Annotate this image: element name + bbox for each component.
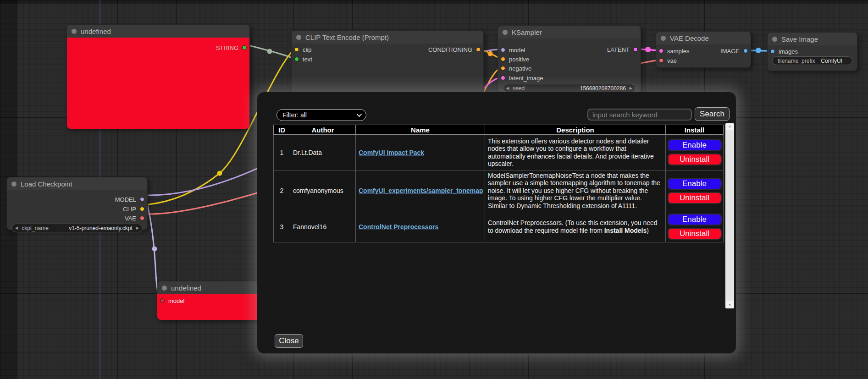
port-negative-input[interactable]: negative [501, 64, 531, 72]
cell-name: ComfyUI Impact Pack [356, 135, 485, 170]
table-header-row: ID Author Name Description Install [274, 125, 724, 135]
table-row: 1 Dr.Lt.Data ComfyUI Impact Pack This ex… [274, 135, 724, 170]
node-ksampler[interactable]: KSampler model positive negative latent_… [498, 25, 641, 94]
cell-id: 1 [274, 135, 290, 170]
seed-value: 156680208700286 [580, 85, 626, 92]
extension-link[interactable]: ControlNet Preprocessors [359, 223, 438, 231]
cell-author: Dr.Lt.Data [290, 135, 356, 170]
port-image-output[interactable]: IMAGE [720, 47, 748, 55]
filter-dropdown[interactable]: Filter: all [276, 109, 366, 121]
extension-table: ID Author Name Description Install 1 Dr.… [273, 125, 724, 242]
port-images-input[interactable]: images [770, 47, 798, 55]
cell-author: Fannovel16 [290, 211, 356, 242]
port-vae-input[interactable]: vae [659, 56, 677, 65]
node-save-image[interactable]: Save Image images filename_prefix ComfyU… [767, 32, 857, 71]
decrement-arrow-icon[interactable]: ◀ [506, 87, 509, 90]
scroll-up-arrow-icon[interactable]: ▲ [725, 123, 734, 130]
scrollbar-thumb[interactable] [726, 130, 734, 301]
cell-description: This extension offers various detector n… [485, 135, 666, 170]
cell-id: 3 [274, 211, 290, 242]
col-header-author: Author [290, 125, 356, 135]
node-clip-text-encode[interactable]: CLIP Text Encode (Prompt) clip text COND… [291, 30, 484, 97]
close-button[interactable]: Close [275, 334, 303, 348]
port-string-output[interactable]: STRING [216, 44, 247, 52]
prev-option-arrow-icon[interactable]: ◀ [15, 226, 18, 230]
uninstall-button[interactable]: Uninstall [668, 154, 722, 165]
node-status-dot [162, 286, 167, 291]
cell-id: 2 [274, 170, 290, 211]
enable-button[interactable]: Enable [668, 139, 722, 151]
port-clip-input[interactable]: clip [294, 45, 312, 54]
node-undefined-bottom[interactable]: undefined model [157, 281, 262, 320]
col-header-id: ID [274, 125, 290, 135]
increment-arrow-icon[interactable]: ▶ [630, 87, 632, 90]
port-text-input[interactable]: text [294, 55, 312, 63]
node-error-body: model [157, 294, 262, 320]
chevron-down-icon [357, 112, 362, 117]
cell-name: ComfyUI_experiments/sampler_tonemap [356, 170, 485, 211]
node-status-dot [661, 36, 666, 41]
filename-prefix-widget[interactable]: filename_prefix ComfyUI [772, 56, 852, 65]
manager-dialog: Filter: all Search ID Author Name Descri… [257, 92, 736, 354]
table-scrollbar[interactable]: ▲ ▼ [725, 123, 734, 308]
table-row: 3 Fannovel16 ControlNet Preprocessors Co… [274, 211, 724, 242]
node-status-dot [72, 29, 77, 34]
port-model-input[interactable]: model [160, 297, 184, 305]
scroll-down-arrow-icon[interactable]: ▼ [725, 302, 734, 308]
port-latent-output[interactable]: LATENT [607, 45, 638, 54]
port-model-output[interactable]: MODEL [115, 195, 144, 203]
node-vae-decode[interactable]: VAE Decode samples vae IMAGE [656, 31, 751, 68]
cell-name: ControlNet Preprocessors [356, 211, 485, 242]
node-status-dot [11, 181, 17, 187]
port-clip-output[interactable]: CLIP [123, 205, 144, 213]
col-header-name: Name [356, 125, 485, 135]
node-title: CLIP Text Encode (Prompt) [305, 33, 389, 41]
cell-description: ModelSamplerTonemapNoiseTest a node that… [485, 170, 666, 211]
enable-button[interactable]: Enable [668, 214, 722, 225]
port-model-input[interactable]: model [501, 46, 525, 54]
node-title: VAE Decode [670, 34, 709, 42]
port-latent-image-input[interactable]: latent_image [501, 74, 543, 82]
node-title: undefined [171, 284, 201, 292]
cell-description: ControlNet Preprocessors. (To use this e… [485, 211, 666, 242]
port-conditioning-output[interactable]: CONDITIONING [428, 45, 481, 54]
node-title: KSampler [512, 28, 542, 36]
cell-install: Enable Uninstall [666, 170, 724, 211]
string-port-dot[interactable] [242, 45, 247, 50]
port-samples-input[interactable]: samples [659, 47, 689, 55]
search-button[interactable]: Search [695, 107, 730, 121]
table-row: 2 comfyanonymous ComfyUI_experiments/sam… [274, 170, 724, 211]
graph-canvas[interactable]: undefined STRING CLIP Text Encode (Promp… [0, 0, 868, 379]
extension-link[interactable]: ComfyUI Impact Pack [359, 149, 424, 156]
node-status-dot [503, 30, 508, 35]
node-status-dot [296, 35, 301, 40]
port-vae-output[interactable]: VAE [125, 214, 144, 222]
node-undefined-top[interactable]: undefined STRING [66, 24, 250, 129]
cell-author: comfyanonymous [290, 170, 356, 211]
cell-install: Enable Uninstall [666, 135, 724, 170]
col-header-install: Install [666, 125, 724, 135]
extension-link[interactable]: ComfyUI_experiments/sampler_tonemap [359, 187, 483, 194]
node-error-body: STRING [67, 38, 249, 129]
enable-button[interactable]: Enable [668, 178, 722, 190]
next-option-arrow-icon[interactable]: ▶ [136, 226, 139, 230]
node-title: Save Image [781, 35, 818, 43]
ckpt-name-widget[interactable]: ◀ ckpt_name v1-5-pruned-emaonly.ckpt ▶ [11, 224, 143, 232]
search-input[interactable] [587, 109, 692, 121]
port-positive-input[interactable]: positive [501, 55, 529, 63]
col-header-description: Description [485, 125, 666, 135]
uninstall-button[interactable]: Uninstall [668, 228, 722, 240]
node-title: Load Checkpoint [21, 180, 72, 188]
uninstall-button[interactable]: Uninstall [668, 192, 722, 204]
cell-install: Enable Uninstall [666, 211, 724, 242]
node-title: undefined [81, 27, 111, 35]
node-load-checkpoint[interactable]: Load Checkpoint MODEL CLIP VAE ◀ ckpt_na… [6, 177, 148, 230]
node-status-dot [772, 37, 777, 42]
